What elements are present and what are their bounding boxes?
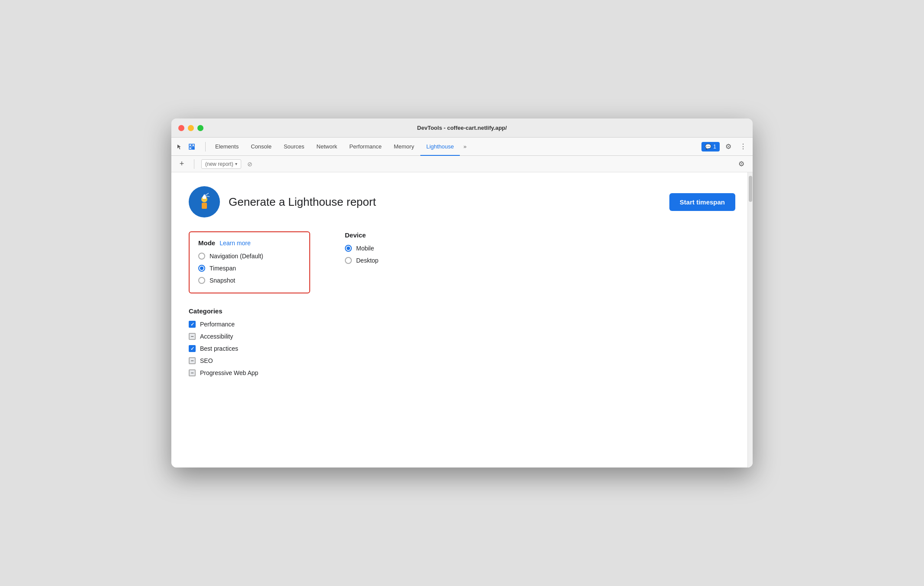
main-content: Generate a Lighthouse report Start times… <box>171 172 753 467</box>
mode-navigation-label: Navigation (Default) <box>210 253 263 260</box>
category-accessibility-label: Accessibility <box>200 333 233 340</box>
category-performance-option[interactable]: Performance <box>189 321 735 328</box>
tab-performance[interactable]: Performance <box>343 138 387 156</box>
category-accessibility-option[interactable]: Accessibility <box>189 333 735 340</box>
scrollbar-thumb[interactable] <box>749 176 752 202</box>
maximize-button[interactable] <box>197 125 203 131</box>
settings-icon[interactable]: ⚙ <box>722 141 734 153</box>
toolbar-divider <box>205 142 206 151</box>
mode-section: Mode Learn more Navigation (Default) Tim… <box>189 231 310 293</box>
devtools-window: DevTools - coffee-cart.netlify.app/ Elem… <box>171 119 753 467</box>
mode-navigation-option[interactable]: Navigation (Default) <box>198 253 301 260</box>
console-icon: 💬 <box>705 144 711 150</box>
title-bar: DevTools - coffee-cart.netlify.app/ <box>171 119 753 138</box>
device-mobile-label: Mobile <box>356 245 374 252</box>
device-section-title: Device <box>345 231 432 239</box>
inspect-icon[interactable] <box>187 142 197 151</box>
more-options-icon[interactable]: ⋮ <box>737 141 749 153</box>
device-desktop-label: Desktop <box>356 257 378 264</box>
cursor-icon[interactable] <box>175 142 184 151</box>
category-pwa-checkbox[interactable] <box>189 369 196 376</box>
category-best-practices-checkbox[interactable] <box>189 345 196 352</box>
tab-sources[interactable]: Sources <box>278 138 311 156</box>
category-seo-option[interactable]: SEO <box>189 357 735 364</box>
category-performance-label: Performance <box>200 321 235 328</box>
svg-rect-5 <box>202 203 207 209</box>
mode-timespan-option[interactable]: Timespan <box>198 265 301 272</box>
report-select[interactable]: (new report) ▾ <box>201 159 241 169</box>
traffic-lights <box>178 125 203 131</box>
add-report-button[interactable]: + <box>177 159 187 169</box>
toolbar-icons <box>175 142 197 151</box>
device-mobile-radio[interactable] <box>345 245 352 252</box>
device-mobile-option[interactable]: Mobile <box>345 245 432 252</box>
category-pwa-option[interactable]: Progressive Web App <box>189 369 735 376</box>
mode-timespan-radio[interactable] <box>198 265 205 272</box>
secondary-settings-icon[interactable]: ⚙ <box>735 158 747 170</box>
secondary-divider <box>194 159 194 169</box>
badge-count: 1 <box>713 144 716 150</box>
start-timespan-button[interactable]: Start timespan <box>669 193 735 211</box>
chevron-down-icon: ▾ <box>235 161 237 166</box>
device-desktop-radio[interactable] <box>345 257 352 264</box>
mode-snapshot-radio[interactable] <box>198 277 205 284</box>
mode-device-row: Mode Learn more Navigation (Default) Tim… <box>189 231 735 293</box>
tab-bar: Elements Console Sources Network Perform… <box>171 138 753 156</box>
category-performance-checkbox[interactable] <box>189 321 196 328</box>
scrollbar[interactable] <box>747 172 753 467</box>
device-desktop-option[interactable]: Desktop <box>345 257 432 264</box>
cancel-report-button[interactable]: ⊘ <box>245 159 255 169</box>
header-row: Generate a Lighthouse report Start times… <box>189 186 735 217</box>
device-section: Device Mobile Desktop <box>345 231 432 293</box>
mode-snapshot-label: Snapshot <box>210 277 235 284</box>
category-best-practices-label: Best practices <box>200 345 238 352</box>
page-title: Generate a Lighthouse report <box>229 195 376 209</box>
svg-rect-8 <box>203 197 206 199</box>
mode-section-title: Mode Learn more <box>198 239 301 247</box>
categories-title: Categories <box>189 307 735 315</box>
mode-timespan-label: Timespan <box>210 265 236 272</box>
svg-rect-3 <box>192 147 194 149</box>
tab-lighthouse[interactable]: Lighthouse <box>420 138 460 156</box>
tab-console[interactable]: Console <box>245 138 278 156</box>
console-badge-button[interactable]: 💬 1 <box>701 142 720 151</box>
categories-section: Categories Performance Accessibility Bes… <box>189 307 735 376</box>
svg-rect-2 <box>189 147 191 149</box>
mode-navigation-radio[interactable] <box>198 253 205 260</box>
report-placeholder: (new report) <box>205 161 233 167</box>
close-button[interactable] <box>178 125 184 131</box>
tab-memory[interactable]: Memory <box>388 138 420 156</box>
svg-rect-1 <box>192 144 194 146</box>
category-pwa-label: Progressive Web App <box>200 369 258 376</box>
tab-bar-right: 💬 1 ⚙ ⋮ <box>701 141 749 153</box>
category-accessibility-checkbox[interactable] <box>189 333 196 340</box>
secondary-toolbar: + (new report) ▾ ⊘ ⚙ <box>171 156 753 172</box>
tab-elements[interactable]: Elements <box>209 138 245 156</box>
header-left: Generate a Lighthouse report <box>189 186 376 217</box>
tab-more-button[interactable]: » <box>460 138 470 156</box>
window-title: DevTools - coffee-cart.netlify.app/ <box>417 125 507 131</box>
category-best-practices-option[interactable]: Best practices <box>189 345 735 352</box>
category-seo-checkbox[interactable] <box>189 357 196 364</box>
learn-more-link[interactable]: Learn more <box>220 240 251 247</box>
tab-network[interactable]: Network <box>311 138 344 156</box>
minimize-button[interactable] <box>188 125 194 131</box>
mode-snapshot-option[interactable]: Snapshot <box>198 277 301 284</box>
secondary-toolbar-right: ⚙ <box>735 158 747 170</box>
category-seo-label: SEO <box>200 357 213 364</box>
svg-rect-0 <box>189 144 191 146</box>
lighthouse-logo <box>189 186 220 217</box>
